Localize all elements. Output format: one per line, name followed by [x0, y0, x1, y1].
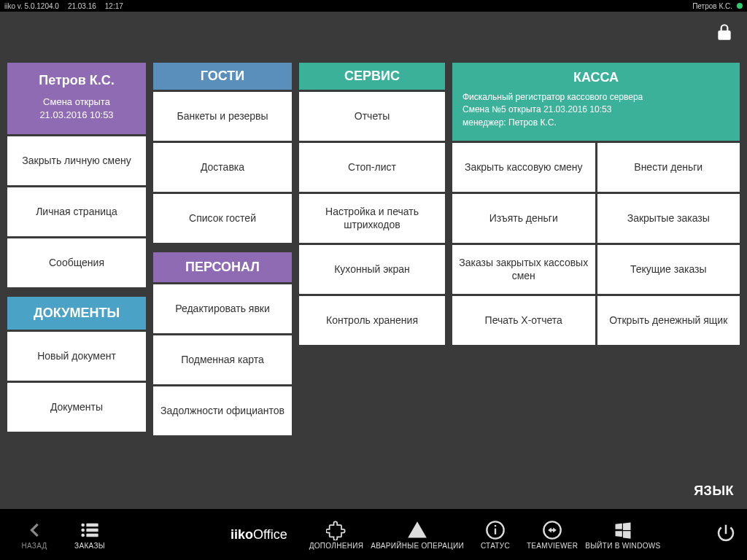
- close-cash-shift-button[interactable]: Закрыть кассовую смену: [452, 143, 595, 192]
- guest-list-button[interactable]: Список гостей: [153, 194, 292, 243]
- status-dot-icon: [737, 3, 743, 9]
- svg-point-0: [81, 523, 85, 526]
- cash-title: КАССА: [462, 70, 729, 85]
- orders-label: ЗАКАЗЫ: [74, 542, 105, 550]
- guests-header: ГОСТИ: [153, 63, 292, 90]
- storage-control-button[interactable]: Контроль хранения: [299, 296, 445, 345]
- office-bold: iiko: [231, 527, 253, 542]
- power-icon: [715, 522, 737, 544]
- svg-rect-8: [495, 525, 496, 526]
- top-date: 21.03.16: [68, 2, 96, 10]
- current-orders-button[interactable]: Текущие заказы: [597, 245, 740, 294]
- kitchen-screen-button[interactable]: Кухонный экран: [299, 245, 445, 294]
- windows-icon: [613, 520, 633, 540]
- back-label: НАЗАД: [21, 542, 47, 550]
- documents-header: ДОКУМЕНТЫ: [7, 297, 146, 330]
- cash-sub1: Фискальный регистратор кассового сервера: [462, 91, 729, 104]
- barcode-setup-button[interactable]: Настройка и печать штрихкодов: [299, 194, 445, 243]
- cash-sub3: менеджер: Петров К.С.: [462, 117, 729, 129]
- app-version: iiko v. 5.0.1204.0: [4, 2, 59, 10]
- user-panel-header: Петров К.С. Смена открыта 21.03.2016 10:…: [7, 63, 146, 134]
- top-user: Петров К.С.: [692, 2, 732, 10]
- emergency-button[interactable]: АВАРИЙНЫЕ ОПЕРАЦИИ: [371, 520, 464, 550]
- teamviewer-icon: [542, 520, 562, 540]
- deposit-money-button[interactable]: Внести деньги: [597, 143, 740, 192]
- reports-button[interactable]: Отчеты: [299, 92, 445, 141]
- language-button[interactable]: ЯЗЫК: [694, 483, 734, 499]
- orders-button[interactable]: ЗАКАЗЫ: [66, 520, 114, 550]
- header-row: [0, 12, 747, 55]
- addons-label: ДОПОЛНЕНИЯ: [309, 542, 364, 550]
- open-cash-drawer-button[interactable]: Открыть денежный ящик: [597, 296, 740, 345]
- service-header: СЕРВИС: [299, 63, 445, 90]
- documents-button[interactable]: Документы: [7, 383, 146, 432]
- substitute-card-button[interactable]: Подменная карта: [153, 335, 292, 384]
- exit-windows-button[interactable]: ВЫЙТИ В WINDOWS: [585, 520, 660, 550]
- svg-rect-7: [495, 528, 496, 534]
- personal-page-button[interactable]: Личная страница: [7, 187, 146, 236]
- power-button[interactable]: [715, 522, 737, 547]
- iiko-office-button[interactable]: iikoOffice: [231, 527, 287, 542]
- shift-status: Смена открыта: [13, 96, 140, 109]
- puzzle-icon: [326, 520, 347, 540]
- delivery-button[interactable]: Доставка: [153, 143, 292, 192]
- bottom-bar: НАЗАД ЗАКАЗЫ iikoOffice ДОПОЛНЕНИЯ АВАРИ…: [0, 509, 747, 560]
- top-status-bar: iiko v. 5.0.1204.0 21.03.16 12:17 Петров…: [0, 0, 747, 12]
- waiter-debts-button[interactable]: Задолжности официантов: [153, 386, 292, 435]
- info-icon: [485, 520, 506, 540]
- teamviewer-label: TEAMVIEWER: [527, 542, 578, 550]
- top-time: 12:17: [105, 2, 123, 10]
- status-label: СТАТУС: [481, 542, 510, 550]
- personnel-header: ПЕРСОНАЛ: [153, 252, 292, 282]
- svg-rect-1: [86, 523, 98, 526]
- office-thin: Office: [253, 527, 287, 542]
- closed-orders-button[interactable]: Закрытые заказы: [597, 194, 740, 243]
- new-document-button[interactable]: Новый документ: [7, 332, 146, 381]
- edit-attendance-button[interactable]: Редактировать явки: [153, 284, 292, 333]
- main-area: Петров К.С. Смена открыта 21.03.2016 10:…: [0, 55, 747, 450]
- status-button[interactable]: СТАТУС: [471, 520, 519, 550]
- svg-rect-5: [86, 533, 98, 537]
- teamviewer-button[interactable]: TEAMVIEWER: [527, 520, 578, 550]
- exit-windows-label: ВЫЙТИ В WINDOWS: [585, 542, 660, 550]
- withdraw-money-button[interactable]: Изъять деньги: [452, 194, 595, 243]
- print-x-report-button[interactable]: Печать X-отчета: [452, 296, 595, 345]
- warning-icon: [407, 520, 427, 540]
- addons-button[interactable]: ДОПОЛНЕНИЯ: [309, 520, 364, 550]
- stoplist-button[interactable]: Стоп-лист: [299, 143, 445, 192]
- svg-point-4: [81, 533, 85, 537]
- cash-sub2: Смена №5 открыта 21.03.2016 10:53: [462, 104, 729, 116]
- user-name: Петров К.С.: [13, 73, 140, 88]
- messages-button[interactable]: Сообщения: [7, 238, 146, 287]
- closed-shift-orders-button[interactable]: Заказы закрытых кассовых смен: [452, 245, 595, 294]
- emergency-label: АВАРИЙНЫЕ ОПЕРАЦИИ: [371, 542, 464, 550]
- banquets-button[interactable]: Банкеты и резервы: [153, 92, 292, 141]
- list-icon: [80, 520, 100, 540]
- cash-header: КАССА Фискальный регистратор кассового с…: [452, 63, 740, 141]
- chevron-left-icon: [24, 520, 44, 540]
- lock-icon[interactable]: [715, 23, 734, 44]
- svg-point-2: [81, 528, 85, 532]
- back-button[interactable]: НАЗАД: [10, 520, 58, 550]
- shift-datetime: 21.03.2016 10:53: [13, 109, 140, 122]
- svg-rect-3: [86, 528, 98, 532]
- close-personal-shift-button[interactable]: Закрыть личную смену: [7, 136, 146, 185]
